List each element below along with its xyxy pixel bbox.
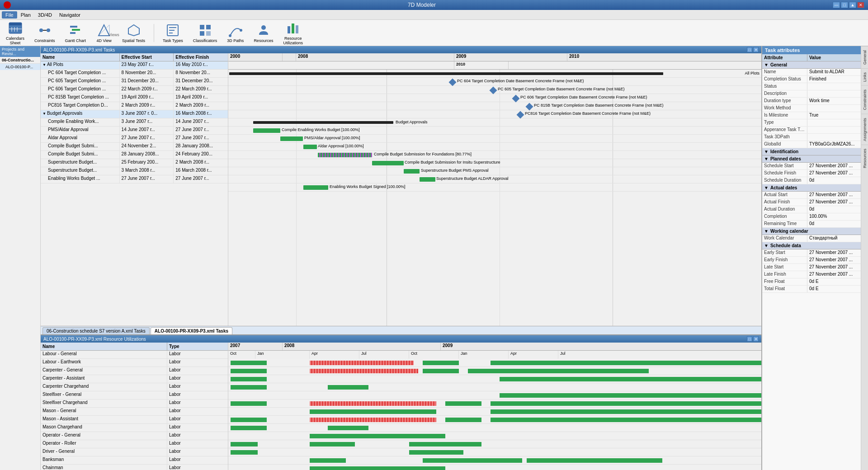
task-tab-1[interactable]: 06-Construction schedule S7 version A.xm… bbox=[42, 327, 150, 334]
util-q-jan1: Jan bbox=[255, 351, 310, 359]
toolbar-calendars[interactable]: CalendarsSheet bbox=[3, 19, 28, 47]
attr-row-actual-finish: Actual Finish 27 November 2007 ... bbox=[762, 199, 861, 206]
task-row-superstructure2[interactable]: Superstructure Budget... 3 March 2008 г.… bbox=[41, 167, 228, 175]
task-row-pms-aldar[interactable]: PMS/Aldar Approval 14 June 2007 г... 27 … bbox=[41, 127, 228, 135]
res-row-13[interactable]: Driver - General Labor bbox=[41, 448, 228, 456]
attr-section-actual-dates[interactable]: ▼ Actual dates bbox=[762, 184, 861, 192]
attr-section-working-calendar[interactable]: ▼ Working calendar bbox=[762, 228, 861, 235]
res-row-8[interactable]: Mason - General Labor bbox=[41, 408, 228, 416]
minimize-btn[interactable]: — bbox=[833, 2, 840, 8]
res-row-4[interactable]: Carpenter - Assistant Labor bbox=[41, 375, 228, 383]
task-row-pc606[interactable]: PC 606 Target Completion ... 22 March 20… bbox=[41, 86, 228, 94]
menu-bar: File Plan 3D/4D Navigator bbox=[0, 10, 868, 20]
task-row-pc815b[interactable]: PC 815B Target Completion ... 19 April 2… bbox=[41, 94, 228, 102]
toolbar-gantt-label: Gantt Chart bbox=[65, 38, 86, 43]
toolbar-classificators[interactable]: Classificators bbox=[190, 22, 221, 44]
task-row-compile-budget2[interactable]: Compile Budget Submi... 28 January 2008.… bbox=[41, 151, 228, 159]
util-bar-14a bbox=[310, 466, 445, 470]
task-panel-close[interactable]: ✕ bbox=[753, 47, 759, 52]
res-row-3[interactable]: Carpenter - General Labor bbox=[41, 367, 228, 375]
toolbar-resources[interactable]: Resources bbox=[250, 22, 276, 44]
attr-section-schedule-data[interactable]: ▼ Schedule data bbox=[762, 242, 861, 249]
bar-aldar-approval bbox=[303, 145, 317, 149]
menu-navigator[interactable]: Navigator bbox=[56, 11, 84, 19]
task-tab-2[interactable]: ALO-00100-PR-XX09-P3.xml Tasks bbox=[151, 327, 232, 334]
attr-section-identification[interactable]: ▼ Identification bbox=[762, 148, 861, 155]
svg-point-6 bbox=[39, 28, 43, 32]
toolbar-3dpaths[interactable]: 3D Paths bbox=[224, 22, 247, 44]
close-btn[interactable]: ✕ bbox=[857, 2, 864, 8]
res-row-2[interactable]: Labour - Earthwork Labor bbox=[41, 359, 228, 367]
menu-3d4d[interactable]: 3D/4D bbox=[34, 11, 56, 19]
task-row-allplots[interactable]: All Plots 23 May 2007 г... 16 May 2010 г… bbox=[41, 61, 228, 70]
res-row-6[interactable]: Steelfixer - General Labor bbox=[41, 391, 228, 400]
task-row-aldar-approval[interactable]: Aldar Approval 27 June 2007 г... 27 June… bbox=[41, 135, 228, 143]
res-row-7[interactable]: Steelfixer Chargehand Labor bbox=[41, 400, 228, 408]
toolbar-constraints[interactable]: Constraints bbox=[31, 22, 58, 44]
right-vtab-assignments[interactable]: Assignments bbox=[861, 114, 868, 145]
util-bar-2a bbox=[231, 369, 267, 373]
util-bar-6a bbox=[231, 401, 267, 406]
res-row-14[interactable]: Banksman Labor bbox=[41, 456, 228, 465]
attr-schedule-start-value: 27 November 2007 ... bbox=[807, 163, 861, 169]
attr-completion-status-label: Completion Status bbox=[762, 76, 807, 83]
allplots-arrow[interactable] bbox=[42, 62, 46, 67]
maximize-up-btn[interactable]: ▲ bbox=[849, 2, 856, 8]
resource-panel-header: ALO-00100-PR-XX09-P3.xml Resource Utiliz… bbox=[41, 335, 761, 343]
right-vtab-links[interactable]: Links bbox=[861, 68, 868, 85]
svg-rect-27 bbox=[292, 24, 294, 33]
budget-approvals-arrow[interactable] bbox=[42, 111, 46, 116]
task-row-pc816[interactable]: PC816 Target Completion D... 2 March 200… bbox=[41, 102, 228, 110]
util-year-2009: 2009 bbox=[441, 343, 761, 350]
right-vtab-resources[interactable]: Resources bbox=[861, 145, 868, 172]
resource-rows: Labour - General Labor Labour - Earthwor… bbox=[41, 351, 228, 470]
resource-panel-close[interactable]: ✕ bbox=[753, 336, 759, 342]
resource-panel-pin[interactable]: □ bbox=[747, 336, 752, 342]
right-vtab-general[interactable]: General bbox=[861, 46, 868, 68]
task-row-compile-enabling[interactable]: Compile Enabling Work... 3 June 2007 г..… bbox=[41, 118, 228, 127]
res-row-5[interactable]: Carpenter Chargehand Labor bbox=[41, 383, 228, 391]
toolbar-spatial[interactable]: Spatial Tests bbox=[119, 22, 148, 44]
task-row-enabling-signed[interactable]: Enabling Works Budget ... 27 June 2007 г… bbox=[41, 175, 228, 183]
toolbar-resource-util-label: ResourceUtilizations bbox=[283, 36, 303, 45]
attr-row-work-calendar: Work Calendar Стандартный bbox=[762, 235, 861, 242]
attr-section-planned-dates[interactable]: ▼ Planned dates bbox=[762, 155, 861, 163]
res-row-1[interactable]: Labour - General Labor bbox=[41, 351, 228, 359]
menu-file[interactable]: File bbox=[2, 11, 17, 19]
task-row-budget-approvals[interactable]: Budget Approvals 3 June 2007 г. 0... 16 … bbox=[41, 110, 228, 118]
task-row-pc605[interactable]: PC 605 Target Completion ... 31 December… bbox=[41, 78, 228, 86]
toolbar-gantt[interactable]: Gantt Chart bbox=[62, 22, 90, 44]
attr-section-general[interactable]: ▼ General bbox=[762, 61, 861, 69]
project-item-2[interactable]: ALO-00100-P... bbox=[0, 64, 40, 70]
res-row-12[interactable]: Operator - Roller Labor bbox=[41, 440, 228, 448]
project-item-1[interactable]: 06-Constructio... bbox=[0, 57, 40, 64]
bar-pms-aldar bbox=[280, 136, 303, 141]
task-row-pc604[interactable]: PC 604 Target Completion ... 8 November … bbox=[41, 70, 228, 78]
attr-col-value: Value bbox=[807, 54, 861, 61]
res-row-10[interactable]: Mason Chargehand Labor bbox=[41, 424, 228, 432]
attr-task3dpath-label: Task 3DPath bbox=[762, 134, 807, 141]
task-panel-pin[interactable]: □ bbox=[747, 47, 752, 52]
restore-btn[interactable]: □ bbox=[841, 2, 848, 8]
attr-row-name: Name Submit to ALDAR bbox=[762, 69, 861, 76]
label-pc815b: PC 815B Target Completion Date Basement … bbox=[534, 103, 663, 108]
util-bar-8c bbox=[445, 418, 481, 422]
res-row-9[interactable]: Mason - Assistant Labor bbox=[41, 416, 228, 424]
attr-globalid-value: TYB0aGGrJbMZA26... bbox=[807, 141, 861, 148]
right-vtab-constraints[interactable]: Constraints bbox=[861, 85, 868, 114]
svg-rect-26 bbox=[288, 26, 290, 33]
task-row-superstructure1[interactable]: Superstructure Budget... 25 February 200… bbox=[41, 159, 228, 167]
toolbar-tasktypes[interactable]: Task Types bbox=[160, 22, 186, 44]
attr-status-label: Status bbox=[762, 83, 807, 90]
gantt-row-pc604: PC 604 Target Completion Date Basement C… bbox=[228, 78, 761, 86]
menu-plan[interactable]: Plan bbox=[17, 11, 34, 19]
res-row-15[interactable]: Chainman Labor bbox=[41, 465, 228, 470]
util-row-3 bbox=[228, 375, 761, 383]
schedule-data-section-label: Schedule data bbox=[770, 243, 801, 248]
toolbar-resource-util[interactable]: ResourceUtilizations bbox=[280, 19, 306, 47]
attr-work-method-label: Work Method bbox=[762, 105, 807, 112]
task-panel-controls: □ ✕ bbox=[747, 47, 759, 52]
task-row-compile-budget1[interactable]: Compile Budget Submi... 24 November 2...… bbox=[41, 143, 228, 151]
year-2000: 2000 bbox=[228, 53, 283, 61]
res-row-11[interactable]: Operator - General Labor bbox=[41, 432, 228, 440]
